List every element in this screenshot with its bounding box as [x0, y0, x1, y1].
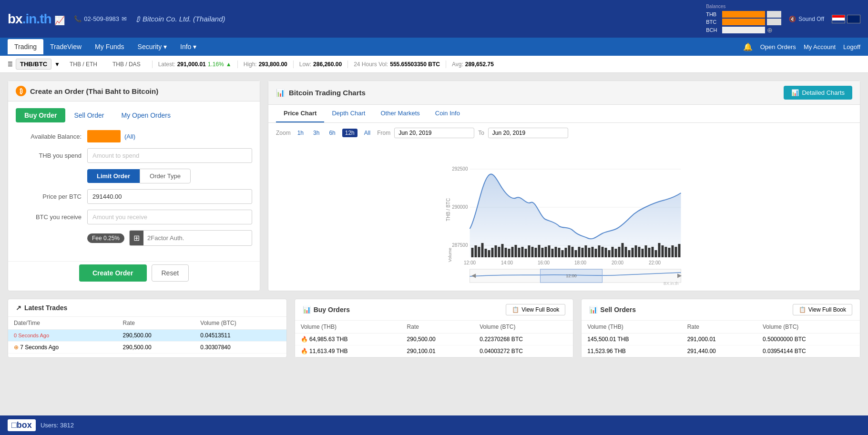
balance-bar-btc-extra: [767, 19, 781, 25]
low-label: Low:: [299, 61, 311, 68]
balance-add-icon[interactable]: ⊕: [767, 26, 773, 34]
svg-rect-56: [635, 245, 637, 257]
btc-icon: ₿: [16, 86, 26, 96]
nav-info[interactable]: Info ▾: [174, 39, 203, 54]
reset-btn[interactable]: Reset: [152, 264, 189, 282]
svg-text:16:00: 16:00: [538, 260, 550, 265]
create-order-btn[interactable]: Create Order: [79, 264, 147, 282]
svg-rect-41: [585, 245, 587, 257]
twofa-icon: ⊞: [130, 231, 143, 245]
balance-row-thb: THB: [706, 11, 781, 18]
bell-icon[interactable]: 🔔: [743, 42, 753, 51]
twofa-input[interactable]: [143, 232, 252, 244]
buy-vol-thb-1: 🔥 64,985.63 THB: [295, 334, 401, 345]
pair-label[interactable]: THB/BTC: [16, 59, 51, 70]
buy-orders-icon: 📊: [303, 306, 311, 314]
flag-uk[interactable]: [847, 15, 860, 23]
btc-receive-input[interactable]: [87, 210, 252, 224]
svg-text:18:00: 18:00: [574, 260, 586, 265]
logo: bx.in.th 📈: [8, 11, 64, 27]
price-per-btc-input[interactable]: [87, 189, 252, 204]
svg-rect-66: [668, 248, 671, 257]
svg-rect-34: [562, 250, 564, 257]
svg-rect-35: [565, 248, 567, 257]
svg-rect-54: [628, 250, 631, 257]
buy-orders-panel: 📊 Buy Orders 📋 View Full Book Volume (TH…: [295, 299, 574, 358]
svg-rect-27: [538, 245, 541, 257]
sell-vol-btc-1: 0.50000000 BTC: [757, 334, 860, 345]
balances-box: Balances THB BTC BCH ⊕: [706, 4, 781, 34]
order-form: Available Balance: (All) THB you spend L…: [8, 122, 260, 259]
order-type-btn[interactable]: Order Type: [140, 169, 191, 183]
flag-thailand[interactable]: [832, 15, 845, 23]
tab-open-orders[interactable]: My Open Orders: [113, 108, 179, 122]
balance-all-link[interactable]: (All): [124, 133, 135, 140]
col-rate: Rate: [117, 317, 195, 330]
tab-coin-info[interactable]: Coin Info: [428, 105, 468, 122]
ticker-bar: ☰ THB/BTC ▼ THB / ETH THB / DAS Latest: …: [0, 56, 868, 73]
balance-label-bch: BCH: [706, 27, 720, 33]
ticker-divider-3: [293, 61, 294, 68]
svg-rect-23: [525, 249, 527, 257]
logoff-link[interactable]: Logoff: [843, 43, 860, 51]
balance-bar-bch: [722, 27, 765, 33]
high-label: High:: [244, 61, 257, 68]
buy-vol-thb-2: 🔥 11,613.49 THB: [295, 345, 401, 357]
svg-rect-14: [495, 245, 497, 257]
svg-rect-50: [615, 249, 617, 257]
thb-spend-input[interactable]: [87, 148, 252, 163]
thb-spend-control: [87, 148, 252, 163]
balance-row-bch: BCH ⊕: [706, 26, 781, 34]
zoom-1h[interactable]: 1h: [295, 129, 306, 137]
price-per-btc-control: [87, 189, 252, 204]
nav-tradeview[interactable]: TradeView: [43, 39, 88, 54]
balances-label: Balances: [706, 4, 781, 9]
to-date-input[interactable]: [488, 128, 568, 138]
svg-text:THB / BTC: THB / BTC: [446, 198, 451, 221]
ticker-eth[interactable]: THB / ETH: [70, 61, 97, 68]
nav-security[interactable]: Security ▾: [131, 39, 174, 54]
chart-controls: Zoom 1h 3h 6h 12h All From To: [268, 123, 860, 143]
phone-icon: 📞: [74, 15, 82, 22]
tab-price-chart[interactable]: Price Chart: [276, 105, 324, 122]
tab-sell-order[interactable]: Sell Order: [65, 108, 112, 122]
price-per-btc-label: Price per BTC: [16, 193, 87, 200]
zoom-all[interactable]: All: [361, 129, 373, 137]
thb-spend-label: THB you spend: [16, 152, 87, 159]
order-tabs: Buy Order Sell Order My Open Orders: [8, 101, 260, 122]
svg-rect-57: [638, 247, 641, 257]
svg-rect-24: [528, 245, 531, 257]
nav-myfunds[interactable]: My Funds: [88, 39, 131, 54]
from-label: From: [377, 130, 390, 136]
nav-trading[interactable]: Trading: [8, 39, 43, 54]
svg-rect-43: [592, 247, 594, 257]
svg-rect-47: [605, 248, 607, 257]
pair-dropdown-icon[interactable]: ▼: [54, 61, 60, 68]
svg-rect-37: [572, 247, 574, 257]
open-orders-link[interactable]: Open Orders: [760, 43, 796, 51]
sound-toggle[interactable]: 🔇 Sound Off: [789, 16, 824, 22]
svg-rect-52: [622, 243, 624, 257]
view-buy-book-btn[interactable]: 📋 View Full Book: [506, 304, 565, 315]
zoom-12h[interactable]: 12h: [342, 129, 357, 137]
svg-rect-68: [675, 247, 677, 257]
svg-rect-32: [555, 247, 557, 257]
zoom-3h[interactable]: 3h: [310, 129, 322, 137]
tab-buy-order[interactable]: Buy Order: [16, 108, 65, 122]
limit-order-btn[interactable]: Limit Order: [87, 169, 140, 183]
sound-icon: 🔇: [789, 16, 796, 22]
detailed-charts-btn[interactable]: 📊 Detailed Charts: [784, 86, 852, 100]
balance-bar-btc: [722, 19, 765, 25]
svg-rect-64: [662, 245, 664, 257]
tab-other-markets[interactable]: Other Markets: [373, 105, 427, 122]
from-date-input[interactable]: [394, 128, 474, 138]
balance-row-form: Available Balance: (All): [16, 130, 252, 142]
my-account-link[interactable]: My Account: [804, 43, 836, 51]
table-row: 0 Seconds Ago 290,500.00 0.04513511: [8, 330, 286, 342]
ticker-divider-1: [152, 61, 153, 68]
tab-depth-chart[interactable]: Depth Chart: [324, 105, 373, 122]
ticker-das[interactable]: THB / DAS: [112, 61, 141, 68]
view-sell-book-btn[interactable]: 📋 View Full Book: [793, 304, 852, 315]
phone-number: 📞 02-509-8983 ✉: [74, 15, 127, 22]
zoom-6h[interactable]: 6h: [326, 129, 338, 137]
